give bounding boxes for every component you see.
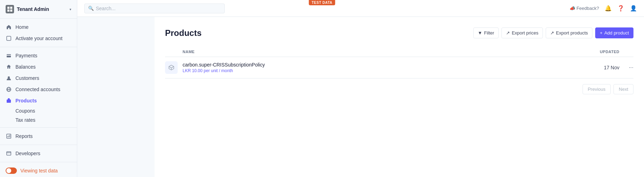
test-data-label: Viewing test data	[20, 168, 58, 173]
megaphone-icon: 📣	[570, 6, 575, 11]
filter-label: Filter	[484, 30, 494, 36]
export-prices-icon: ↗	[506, 30, 510, 36]
svg-rect-5	[7, 54, 11, 57]
export-prices-label: Export prices	[512, 30, 538, 36]
svg-rect-11	[7, 100, 11, 103]
reports-icon	[6, 133, 12, 139]
test-data-toggle[interactable]: Viewing test data	[0, 165, 77, 176]
svg-rect-16	[7, 152, 11, 155]
sidebar-item-payments[interactable]: Payments	[0, 50, 77, 61]
sidebar-item-home-label: Home	[15, 24, 28, 30]
export-prices-button[interactable]: ↗ Export prices	[501, 27, 543, 38]
product-updated-date: 17 Nov	[567, 65, 619, 70]
test-data-banner: TEST DATA	[309, 0, 335, 5]
divider-2	[0, 127, 77, 128]
sidebar-tenant-header[interactable]: Tenant Admin ▾	[0, 0, 77, 19]
developers-icon	[6, 150, 12, 157]
sidebar-bottom: Viewing test data Settings	[0, 162, 77, 177]
export-products-button[interactable]: ↗ Export products	[546, 27, 592, 38]
feedback-button[interactable]: 📣 Feedback?	[570, 6, 599, 11]
previous-button[interactable]: Previous	[583, 84, 611, 94]
products-icon	[6, 97, 12, 104]
svg-rect-2	[7, 10, 9, 12]
payments-icon	[6, 52, 12, 59]
search-placeholder: Search...	[96, 6, 116, 11]
sidebar-item-reports-label: Reports	[15, 133, 33, 139]
product-price: LKR 10.00 per unit / month	[183, 68, 567, 73]
home-icon	[6, 24, 12, 30]
row-actions-menu[interactable]: ···	[619, 64, 633, 71]
sidebar-item-activate[interactable]: Activate your account	[0, 33, 77, 44]
product-name-cell: carbon.super-CRISSubscriptionPolicy LKR …	[183, 62, 567, 73]
page-header: Products ▼ Filter ↗ Export prices ↗ Expo…	[165, 27, 633, 38]
sidebar-item-payments-label: Payments	[15, 53, 37, 58]
sidebar-item-reports[interactable]: Reports	[0, 131, 77, 142]
sidebar: Tenant Admin ▾ Home Activate your accoun…	[0, 0, 77, 177]
filter-icon: ▼	[478, 30, 482, 36]
sidebar-item-balances[interactable]: Balances	[0, 61, 77, 72]
products-table: NAME UPDATED carbon.super-CRISSubscripti…	[165, 47, 633, 78]
topbar: 🔍 Search... 📣 Feedback? 🔔 ❓ 👤	[77, 0, 644, 17]
table-header: NAME UPDATED	[165, 47, 633, 57]
sidebar-item-coupons-label: Coupons	[15, 108, 35, 114]
add-icon: +	[600, 30, 603, 36]
sidebar-item-activate-label: Activate your account	[15, 36, 63, 41]
sidebar-navigation: Home Activate your account Payments Bala…	[0, 19, 77, 162]
sidebar-item-products-label: Products	[15, 98, 37, 103]
export-products-icon: ↗	[550, 30, 554, 36]
export-products-label: Export products	[556, 30, 588, 36]
svg-rect-6	[7, 55, 11, 56]
sidebar-item-developers-label: Developers	[15, 151, 40, 156]
user-icon[interactable]: 👤	[630, 5, 637, 12]
tenant-name: Tenant Admin	[17, 6, 70, 12]
activate-icon	[6, 35, 12, 42]
header-actions: ▼ Filter ↗ Export prices ↗ Export produc…	[473, 27, 633, 38]
sidebar-item-tax-rates[interactable]: Tax rates	[0, 115, 77, 125]
svg-rect-4	[7, 36, 11, 40]
sidebar-item-tax-rates-label: Tax rates	[15, 117, 35, 123]
table-row[interactable]: carbon.super-CRISSubscriptionPolicy LKR …	[165, 57, 633, 78]
help-icon[interactable]: ❓	[617, 5, 624, 12]
product-name: carbon.super-CRISSubscriptionPolicy	[183, 62, 567, 68]
search-icon: 🔍	[88, 6, 94, 11]
col-updated-header: UPDATED	[567, 50, 619, 54]
next-button[interactable]: Next	[613, 84, 633, 94]
sidebar-item-balances-label: Balances	[15, 64, 36, 70]
customers-icon	[6, 75, 12, 81]
main-content: Products ▼ Filter ↗ Export prices ↗ Expo…	[155, 17, 644, 177]
sidebar-item-home[interactable]: Home	[0, 21, 77, 33]
svg-rect-3	[10, 10, 12, 12]
svg-line-21	[171, 67, 174, 68]
sidebar-item-customers[interactable]: Customers	[0, 72, 77, 84]
svg-line-20	[169, 67, 171, 68]
sidebar-logo	[6, 5, 14, 13]
add-product-button[interactable]: + Add product	[595, 27, 633, 38]
topbar-right: 📣 Feedback? 🔔 ❓ 👤	[570, 5, 637, 12]
connected-accounts-icon	[6, 86, 12, 93]
svg-rect-1	[10, 7, 12, 9]
divider-3	[0, 145, 77, 145]
product-icon	[165, 61, 178, 74]
divider-1	[0, 47, 77, 47]
pagination: Previous Next	[165, 84, 633, 94]
col-name-header: NAME	[183, 50, 567, 54]
bell-icon[interactable]: 🔔	[605, 5, 612, 12]
sidebar-item-connected-accounts-label: Connected accounts	[15, 87, 60, 92]
sidebar-item-coupons[interactable]: Coupons	[0, 106, 77, 115]
sidebar-item-products[interactable]: Products	[0, 95, 77, 106]
test-data-switch[interactable]	[6, 167, 17, 174]
tenant-chevron-icon: ▾	[70, 7, 71, 11]
balances-icon	[6, 64, 12, 70]
product-icon-cell	[165, 61, 183, 74]
sidebar-item-customers-label: Customers	[15, 75, 39, 81]
search-bar[interactable]: 🔍 Search...	[84, 4, 225, 13]
add-product-label: Add product	[604, 30, 629, 36]
page-title: Products	[165, 28, 473, 38]
sidebar-item-connected-accounts[interactable]: Connected accounts	[0, 84, 77, 95]
feedback-label: Feedback?	[577, 6, 599, 11]
svg-rect-0	[7, 7, 9, 9]
sidebar-item-developers[interactable]: Developers	[0, 148, 77, 159]
filter-button[interactable]: ▼ Filter	[473, 27, 499, 38]
